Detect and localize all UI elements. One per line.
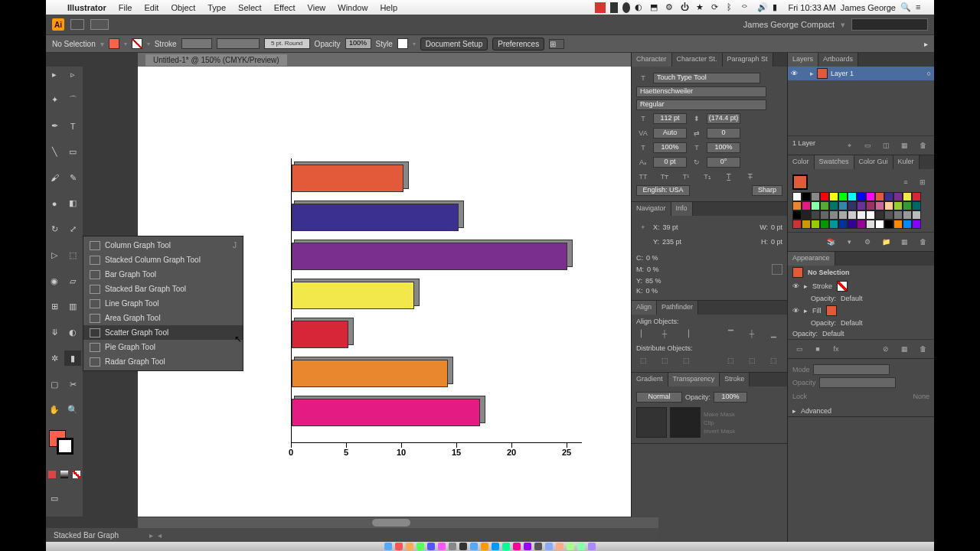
- swatch[interactable]: [792, 220, 802, 229]
- clear-appearance-button[interactable]: ⊘: [879, 343, 893, 355]
- eraser-tool[interactable]: ◧: [64, 196, 81, 211]
- menubar-status-icon[interactable]: ⚙: [665, 2, 676, 13]
- distribute-hcenter-button[interactable]: ⬚: [745, 354, 759, 367]
- make-mask-button[interactable]: Make Mask: [704, 411, 735, 418]
- superscript-button[interactable]: T¹: [679, 171, 693, 183]
- tab-transparency[interactable]: Transparency: [668, 373, 720, 386]
- swatch[interactable]: [912, 210, 921, 220]
- horizontal-scrollbar[interactable]: [138, 517, 658, 528]
- font-style-field[interactable]: Regular: [636, 99, 766, 110]
- menu-view[interactable]: View: [302, 3, 332, 12]
- swatch[interactable]: [792, 210, 802, 220]
- swatch[interactable]: [884, 220, 893, 229]
- subscript-button[interactable]: T₁: [701, 171, 714, 183]
- layer-name[interactable]: Layer 1: [831, 70, 854, 77]
- swatch[interactable]: [829, 210, 838, 220]
- line-tool[interactable]: ╲: [46, 144, 63, 159]
- notification-center-icon[interactable]: ≡: [916, 2, 926, 13]
- macos-dock[interactable]: [46, 542, 934, 551]
- fill-opacity-value[interactable]: Default: [841, 319, 863, 327]
- swatch[interactable]: [811, 220, 820, 229]
- rectangle-tool[interactable]: ▭: [64, 144, 81, 159]
- target-icon[interactable]: ○: [927, 70, 931, 77]
- visibility-toggle-icon[interactable]: 👁: [791, 70, 798, 77]
- menubar-status-icon[interactable]: ◐: [635, 2, 645, 13]
- appearance-fill-row[interactable]: 👁▸Fill: [788, 304, 934, 318]
- swatch[interactable]: [802, 220, 811, 229]
- align-bottom-button[interactable]: ▁: [766, 328, 780, 340]
- char-rotation-field[interactable]: 0°: [707, 157, 740, 168]
- swatch[interactable]: [802, 201, 811, 210]
- control-menu-icon[interactable]: ▸: [924, 40, 928, 48]
- dock-app-icon[interactable]: [438, 543, 446, 550]
- swatches-grid[interactable]: [792, 192, 929, 229]
- swatch[interactable]: [857, 192, 866, 201]
- clock[interactable]: Fri 10:33 AM: [788, 3, 835, 12]
- delete-layer-button[interactable]: 🗑: [916, 139, 929, 152]
- dock-app-icon[interactable]: [384, 543, 392, 550]
- tab-artboards[interactable]: Artboards: [818, 53, 858, 67]
- tab-character[interactable]: Character: [632, 53, 672, 67]
- distribute-top-button[interactable]: ⬚: [636, 354, 650, 367]
- menu-effect[interactable]: Effect: [268, 3, 302, 12]
- dock-app-icon[interactable]: [427, 543, 435, 550]
- font-family-field[interactable]: Haettenschweiler: [636, 86, 766, 97]
- dock-app-icon[interactable]: [481, 543, 488, 550]
- dock-app-icon[interactable]: [395, 543, 403, 550]
- pen-tool[interactable]: ✒: [46, 119, 63, 134]
- swatch[interactable]: [857, 210, 866, 220]
- distribute-vcenter-button[interactable]: ⬚: [658, 354, 671, 367]
- swatch[interactable]: [912, 201, 921, 210]
- swatch[interactable]: [848, 210, 857, 220]
- stroke-swatch[interactable]: [132, 38, 142, 49]
- appearance-stroke-row[interactable]: 👁▸Stroke: [788, 279, 934, 293]
- swatch[interactable]: [912, 192, 921, 201]
- duplicate-item-button[interactable]: ▦: [897, 343, 911, 355]
- swatch[interactable]: [875, 210, 884, 220]
- bar-chart[interactable]: 0 5 10 15 20 25: [291, 158, 582, 457]
- show-swatch-kinds-button[interactable]: ▾: [842, 236, 856, 248]
- swatch[interactable]: [802, 192, 811, 201]
- small-caps-button[interactable]: Tᴛ: [658, 171, 671, 183]
- menu-select[interactable]: Select: [232, 3, 268, 12]
- swatch[interactable]: [838, 192, 848, 201]
- swatch[interactable]: [792, 201, 802, 210]
- search-field[interactable]: [851, 18, 928, 31]
- eyedropper-tool[interactable]: ⤋: [46, 325, 63, 341]
- chart-bar[interactable]: [292, 204, 459, 231]
- scale-tool[interactable]: ⤢: [64, 222, 81, 237]
- swatch[interactable]: [848, 192, 857, 201]
- tab-align[interactable]: Align: [632, 301, 657, 315]
- swatch[interactable]: [884, 201, 893, 210]
- all-caps-button[interactable]: TT: [636, 171, 650, 183]
- swatch[interactable]: [820, 201, 829, 210]
- swatch[interactable]: [893, 201, 903, 210]
- swatch[interactable]: [838, 201, 848, 210]
- stacked-bar-graph-tool[interactable]: Stacked Bar Graph Tool: [83, 282, 243, 296]
- shape-builder-tool[interactable]: ◉: [46, 273, 63, 289]
- swatch[interactable]: [875, 192, 884, 201]
- battery-icon[interactable]: ▮: [773, 2, 783, 13]
- add-new-fill-button[interactable]: ■: [811, 343, 825, 355]
- swatch[interactable]: [884, 210, 893, 220]
- stacked-column-graph-tool[interactable]: Stacked Column Graph Tool: [83, 253, 243, 267]
- menubar-status-icon[interactable]: [595, 2, 606, 13]
- perspective-tool[interactable]: ▱: [64, 273, 81, 289]
- new-sublayer-button[interactable]: ◫: [879, 139, 893, 152]
- delete-swatch-button[interactable]: 🗑: [916, 236, 929, 248]
- tab-gradient[interactable]: Gradient: [632, 373, 668, 386]
- tab-character-styles[interactable]: Character St.: [672, 53, 723, 67]
- tab-swatches[interactable]: Swatches: [815, 155, 854, 169]
- menu-window[interactable]: Window: [332, 3, 374, 12]
- swatch[interactable]: [866, 220, 875, 229]
- dock-app-icon[interactable]: [416, 543, 424, 550]
- color-mode-none[interactable]: [73, 471, 80, 478]
- zoom-tool[interactable]: 🔍: [64, 403, 81, 418]
- swatch[interactable]: [875, 201, 884, 210]
- dock-app-icon[interactable]: [459, 543, 467, 550]
- locate-object-button[interactable]: ⌖: [842, 139, 856, 152]
- dock-app-icon[interactable]: [492, 543, 499, 550]
- swatch[interactable]: [802, 210, 811, 220]
- blend-tool[interactable]: ◐: [64, 325, 81, 341]
- gradient-tool[interactable]: ▥: [64, 299, 81, 315]
